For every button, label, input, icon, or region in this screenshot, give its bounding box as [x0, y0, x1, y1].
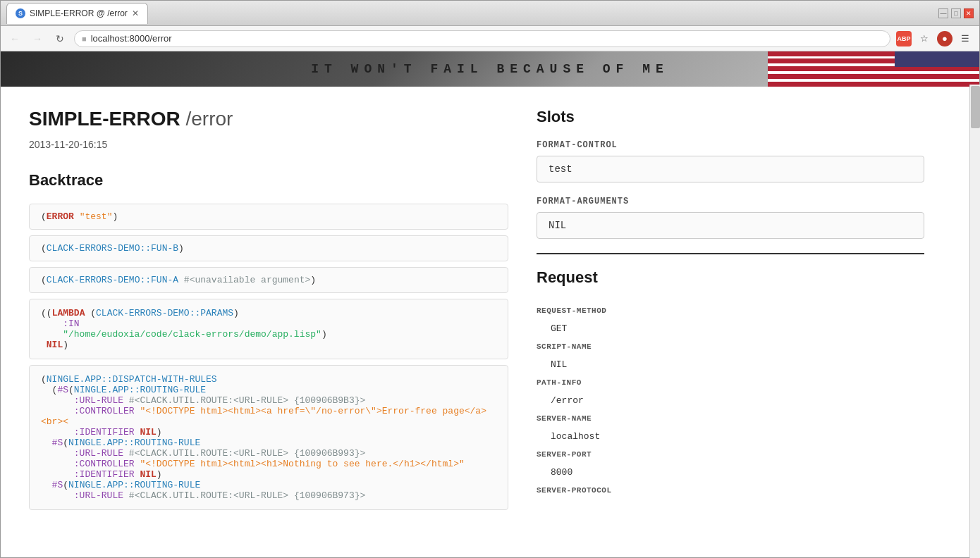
- adblock-icon[interactable]: ABP: [896, 31, 912, 46]
- request-key-3: SERVER-NAME: [537, 414, 723, 423]
- page-header-banner: IT WON'T FAIL BECAUSE OF ME: [1, 51, 979, 87]
- request-key-5: SERVER-PROTOCOL: [537, 486, 723, 495]
- frame-space: [74, 211, 80, 222]
- banner-flag: [768, 51, 979, 87]
- timestamp: 2013-11-20-16:15: [29, 139, 508, 150]
- tab-title: SIMPLE-ERROR @ /error: [30, 8, 128, 18]
- section-divider: [537, 253, 924, 254]
- tab-favicon: S: [16, 8, 25, 18]
- url-text: localhost:8000/error: [91, 33, 172, 44]
- f2-space: [178, 275, 184, 285]
- tab-close-button[interactable]: ✕: [132, 8, 139, 18]
- browser-titlebar: S SIMPLE-ERROR @ /error ✕ — □ ✕: [1, 1, 979, 26]
- banner-text: IT WON'T FAIL BECAUSE OF ME: [311, 62, 669, 76]
- frame-string-test: "test": [80, 211, 113, 222]
- left-panel: SIMPLE-ERROR /error 2013-11-20-16:15 Bac…: [29, 108, 508, 516]
- browser-window: S SIMPLE-ERROR @ /error ✕ — □ ✕ ← → ↻ ■ …: [0, 0, 980, 558]
- right-panel: Slots FORMAT-CONTROL test FORMAT-ARGUMEN…: [537, 108, 924, 516]
- forward-button[interactable]: →: [29, 30, 46, 47]
- page-title: SIMPLE-ERROR /error: [29, 108, 508, 130]
- request-val-1: NIL: [537, 359, 723, 370]
- backtrace-frame-0[interactable]: (ERROR "test"): [29, 204, 508, 230]
- url-lock-icon: ■: [82, 35, 87, 43]
- close-button[interactable]: ✕: [964, 8, 974, 18]
- request-key-1: SCRIPT-NAME: [537, 342, 723, 351]
- f2-close: ): [310, 275, 316, 285]
- content-area: SIMPLE-ERROR /error 2013-11-20-16:15 Bac…: [1, 87, 979, 558]
- request-key-4: SERVER-PORT: [537, 450, 723, 459]
- window-controls: — □ ✕: [938, 8, 974, 18]
- format-control-value: test: [537, 156, 924, 182]
- back-button[interactable]: ←: [6, 30, 23, 47]
- main-content: SIMPLE-ERROR /error 2013-11-20-16:15 Bac…: [1, 87, 953, 537]
- frame-paren-open: (: [41, 211, 47, 222]
- request-val-4: 8000: [537, 467, 723, 478]
- toolbar-icons: ABP ☆ ● ☰: [896, 30, 974, 47]
- f1-fn: CLACK-ERRORS-DEMO::FUN-B: [47, 243, 178, 254]
- flag-blue-canton: [895, 51, 979, 67]
- request-val-0: GET: [537, 323, 723, 334]
- format-control-label: FORMAT-CONTROL: [537, 140, 924, 150]
- f1-close: ): [178, 243, 184, 254]
- backtrace-frame-2[interactable]: (CLACK-ERRORS-DEMO::FUN-A #<unavailable …: [29, 267, 508, 293]
- f1-open: (: [41, 243, 47, 254]
- f2-open: (: [41, 275, 47, 285]
- minimize-button[interactable]: —: [938, 8, 948, 18]
- frame-paren-close: ): [112, 211, 118, 222]
- backtrace-frame-1[interactable]: (CLACK-ERRORS-DEMO::FUN-B): [29, 235, 508, 261]
- browser-addressbar: ← → ↻ ■ localhost:8000/error ABP ☆ ● ☰: [1, 26, 979, 51]
- browser-tab[interactable]: S SIMPLE-ERROR @ /error ✕: [6, 3, 148, 24]
- request-val-2: /error: [537, 395, 723, 406]
- reload-button[interactable]: ↻: [51, 30, 68, 47]
- stop-icon[interactable]: ●: [937, 31, 953, 46]
- f2-arg: #<unavailable argument>: [184, 275, 310, 285]
- bookmark-star-icon[interactable]: ☆: [916, 30, 933, 47]
- slots-title: Slots: [537, 108, 924, 126]
- menu-icon[interactable]: ☰: [957, 30, 974, 47]
- request-key-2: PATH-INFO: [537, 378, 723, 387]
- error-path: /error: [185, 108, 233, 130]
- error-type: SIMPLE-ERROR: [29, 108, 180, 130]
- request-title: Request: [537, 268, 924, 287]
- f2-fn: CLACK-ERRORS-DEMO::FUN-A: [47, 275, 178, 285]
- request-key-0: REQUEST-METHOD: [537, 306, 723, 315]
- backtrace-frame-3[interactable]: ((LAMBDA (CLACK-ERRORS-DEMO::PARAMS) :IN…: [29, 299, 508, 359]
- backtrace-title: Backtrace: [29, 171, 508, 190]
- address-bar[interactable]: ■ localhost:8000/error: [74, 30, 890, 47]
- maximize-button[interactable]: □: [951, 8, 961, 18]
- format-arguments-value: NIL: [537, 212, 924, 239]
- request-val-3: localhost: [537, 431, 723, 442]
- format-arguments-label: FORMAT-ARGUMENTS: [537, 197, 924, 206]
- frame-keyword-error: ERROR: [47, 211, 74, 222]
- backtrace-frame-4[interactable]: (NINGLE.APP::DISPATCH-WITH-RULES (#S(NIN…: [29, 365, 508, 510]
- request-grid: REQUEST-METHOD GET SCRIPT-NAME NIL PATH-…: [537, 301, 924, 495]
